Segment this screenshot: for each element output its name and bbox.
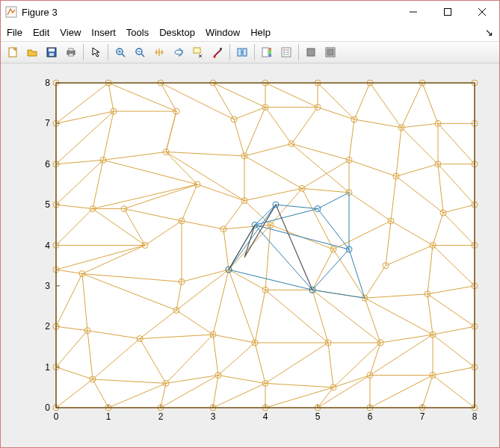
menubar: File Edit View Insert Tools Desktop Wind… xyxy=(1,23,499,41)
zoom-in-button[interactable] xyxy=(111,43,129,61)
svg-text:7: 7 xyxy=(419,411,425,422)
minimize-button[interactable] xyxy=(396,1,430,23)
svg-rect-8 xyxy=(49,53,54,56)
svg-rect-10 xyxy=(69,49,73,51)
menu-tools[interactable]: Tools xyxy=(126,27,149,38)
svg-rect-20 xyxy=(194,48,200,53)
svg-text:5: 5 xyxy=(315,411,320,422)
rotate-3d-button[interactable] xyxy=(170,43,188,61)
brush-button[interactable] xyxy=(209,43,226,61)
svg-rect-2 xyxy=(445,9,451,16)
axes[interactable]: 012345678012345678 xyxy=(15,72,486,440)
maximize-button[interactable] xyxy=(430,1,465,23)
show-plot-tools-button[interactable] xyxy=(321,43,339,61)
hide-plot-tools-button[interactable] xyxy=(302,43,320,61)
data-cursor-button[interactable] xyxy=(189,43,207,61)
svg-text:2: 2 xyxy=(158,411,163,422)
svg-rect-23 xyxy=(238,49,241,56)
zoom-out-button[interactable] xyxy=(131,43,149,61)
menu-view[interactable]: View xyxy=(60,27,81,38)
svg-rect-7 xyxy=(49,49,55,52)
svg-point-22 xyxy=(214,56,216,58)
svg-text:1: 1 xyxy=(105,411,111,422)
svg-rect-21 xyxy=(220,48,222,50)
svg-rect-27 xyxy=(269,48,271,57)
menu-desktop[interactable]: Desktop xyxy=(159,27,195,38)
svg-text:2: 2 xyxy=(45,321,50,332)
menu-edit[interactable]: Edit xyxy=(33,27,49,38)
save-button[interactable] xyxy=(43,43,61,61)
open-button[interactable] xyxy=(23,43,41,61)
window-title: Figure 3 xyxy=(22,7,396,18)
svg-line-13 xyxy=(122,54,125,57)
svg-rect-26 xyxy=(262,48,268,57)
menu-file[interactable]: File xyxy=(7,27,22,38)
svg-text:7: 7 xyxy=(45,118,50,128)
svg-text:6: 6 xyxy=(45,158,50,169)
svg-rect-37 xyxy=(327,49,333,55)
pan-button[interactable] xyxy=(150,43,168,61)
insert-colorbar-button[interactable] xyxy=(258,43,276,61)
svg-rect-35 xyxy=(307,49,315,56)
figure-canvas-area: 012345678012345678 xyxy=(1,63,499,447)
svg-line-17 xyxy=(141,54,144,57)
svg-text:3: 3 xyxy=(45,280,50,290)
close-button[interactable] xyxy=(465,1,499,23)
window-titlebar: Figure 3 xyxy=(1,1,499,23)
figure-toolbar xyxy=(1,41,499,63)
svg-text:4: 4 xyxy=(262,411,268,422)
print-button[interactable] xyxy=(62,43,80,61)
svg-text:3: 3 xyxy=(210,411,215,422)
svg-text:8: 8 xyxy=(472,411,477,422)
svg-point-19 xyxy=(175,50,182,55)
menu-help[interactable]: Help xyxy=(250,27,271,38)
link-plots-button[interactable] xyxy=(233,43,251,61)
svg-text:8: 8 xyxy=(45,78,50,88)
insert-legend-button[interactable] xyxy=(277,43,295,61)
menu-window[interactable]: Window xyxy=(206,27,240,38)
svg-text:0: 0 xyxy=(53,411,58,422)
new-figure-button[interactable] xyxy=(4,43,22,61)
svg-text:5: 5 xyxy=(45,199,50,210)
svg-rect-0 xyxy=(6,7,16,17)
svg-rect-11 xyxy=(69,54,73,56)
dock-controls-icon[interactable]: ↘ xyxy=(485,27,493,38)
edit-plot-button[interactable] xyxy=(87,43,105,61)
svg-text:0: 0 xyxy=(45,402,50,413)
svg-text:4: 4 xyxy=(45,240,50,250)
svg-text:1: 1 xyxy=(45,361,50,372)
svg-text:6: 6 xyxy=(367,411,372,422)
menu-insert[interactable]: Insert xyxy=(91,27,116,38)
matlab-figure-icon xyxy=(5,6,17,18)
svg-rect-24 xyxy=(243,49,247,56)
